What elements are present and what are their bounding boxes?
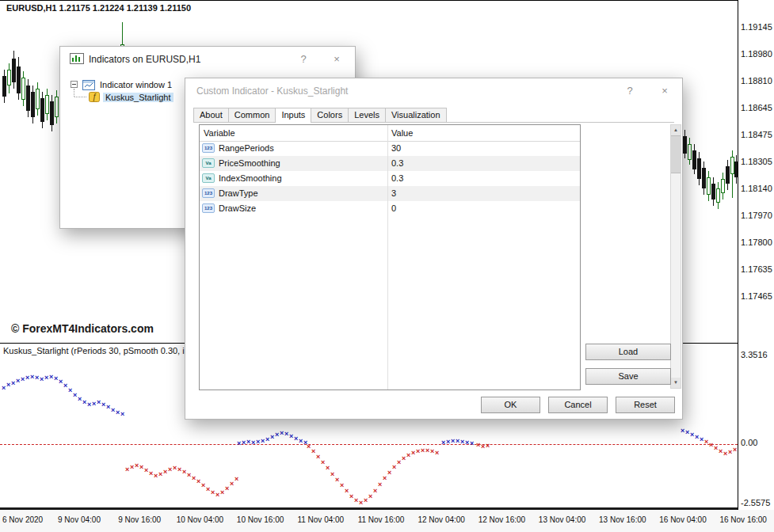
price-axis-label: 1.18140 [741, 184, 772, 193]
blue-marker: × [465, 439, 469, 446]
table-header: Variable Value [200, 125, 580, 142]
ok-button[interactable]: OK [481, 397, 540, 413]
param-value[interactable]: 3 [391, 188, 396, 198]
red-marker: × [368, 493, 372, 500]
red-marker: × [125, 466, 129, 473]
dialog-title: Indicators on EURUSD,H1 [89, 54, 200, 65]
param-row-pricesmoothing[interactable]: VaPriceSmoothing0.3 [200, 156, 580, 171]
param-value[interactable]: 0 [391, 203, 396, 213]
indicator-axis-zero: 0.00 [741, 438, 757, 447]
blue-marker: × [92, 401, 96, 408]
blue-marker: × [2, 385, 6, 392]
red-marker: × [373, 488, 377, 495]
candle-body [40, 98, 44, 122]
candle-body [31, 92, 35, 117]
param-name: RangePeriods [219, 143, 274, 153]
candle-body [55, 97, 59, 117]
blue-marker: × [16, 378, 20, 385]
param-row-drawsize[interactable]: 123DrawSize0 [200, 201, 580, 216]
load-button[interactable]: Load [585, 344, 671, 360]
scroll-up-icon[interactable]: ▲ [671, 125, 681, 135]
tab-about[interactable]: About [193, 108, 229, 122]
red-marker: × [187, 472, 191, 479]
red-marker: × [402, 455, 406, 462]
candle-wick [56, 90, 57, 124]
param-value[interactable]: 30 [391, 143, 401, 153]
blue-marker: × [73, 392, 77, 399]
tree-collapse-toggle[interactable] [71, 81, 78, 88]
red-marker: × [719, 448, 723, 455]
candle-wick [684, 130, 685, 158]
tab-visualization[interactable]: Visualization [385, 108, 447, 122]
cancel-button[interactable]: Cancel [548, 397, 608, 413]
param-name: PriceSmoothing [219, 158, 280, 168]
inputs-table: Variable Value 123RangePeriods30VaPriceS… [199, 124, 581, 390]
tab-levels[interactable]: Levels [348, 108, 386, 122]
param-name: IndexSmoothing [219, 173, 282, 183]
red-marker: × [234, 476, 238, 483]
candle-wick [689, 138, 690, 165]
red-marker: × [728, 449, 732, 456]
candle-body [716, 188, 720, 203]
param-row-indexsmoothing[interactable]: VaIndexSmoothing0.3 [200, 171, 580, 186]
help-button[interactable]: ? [621, 84, 639, 98]
blue-marker: × [700, 436, 703, 443]
red-marker: × [723, 450, 727, 458]
blue-marker: × [35, 374, 39, 382]
scroll-thumb[interactable] [671, 135, 681, 173]
param-value[interactable]: 0.3 [391, 158, 403, 168]
red-marker: × [435, 450, 439, 457]
red-marker: × [225, 485, 229, 492]
blue-marker: × [11, 380, 15, 387]
close-icon[interactable]: × [328, 52, 345, 66]
red-marker: × [211, 489, 215, 496]
red-marker: × [311, 448, 315, 455]
time-axis-label: 16 Nov 04:00 [659, 515, 707, 524]
help-button[interactable]: ? [295, 52, 312, 66]
candle-wick [736, 155, 737, 184]
time-axis-label: 13 Nov 04:00 [539, 515, 586, 524]
time-axis-label: 10 Nov 04:00 [177, 515, 224, 524]
vertical-scrollbar[interactable]: ▲ ▼ [670, 124, 681, 389]
scroll-down-icon[interactable]: ▼ [671, 378, 681, 388]
tree-connector [74, 89, 75, 97]
blue-marker: × [441, 439, 445, 446]
red-marker: × [215, 492, 219, 499]
red-marker: × [326, 465, 330, 472]
tab-inputs[interactable]: Inputs [275, 108, 311, 123]
blue-marker: × [294, 435, 298, 443]
blue-marker: × [101, 401, 105, 408]
param-row-rangeperiods[interactable]: 123RangePeriods30 [200, 141, 580, 156]
candle-wick [28, 79, 29, 117]
price-axis[interactable]: 3.3516 0.00 -2.5575 1.191451.189801.1881… [738, 0, 774, 510]
blue-marker: × [49, 374, 53, 381]
blue-marker: × [120, 411, 124, 418]
close-icon[interactable]: × [656, 84, 673, 98]
blue-marker: × [111, 407, 115, 414]
blue-marker: × [63, 382, 67, 390]
dialog-titlebar[interactable]: Indicators on EURUSD,H1 ? × [60, 47, 355, 70]
blue-marker: × [68, 387, 72, 394]
reset-button[interactable]: Reset [616, 397, 675, 413]
tab-common[interactable]: Common [228, 108, 276, 122]
param-value[interactable]: 0.3 [391, 173, 403, 183]
tree-item-indicator-window[interactable]: Indicator window 1 [100, 80, 172, 89]
save-button[interactable]: Save [585, 368, 671, 385]
blue-marker: × [78, 396, 82, 403]
tree-item-kuskus-starlight[interactable]: Kuskus_Starlight [103, 93, 173, 102]
param-type-icon: Va [202, 173, 215, 183]
tab-bar: AboutCommonInputsColorsLevelsVisualizati… [193, 108, 674, 123]
red-marker: × [330, 471, 334, 478]
red-marker: × [149, 470, 153, 477]
param-row-drawtype[interactable]: 123DrawType3 [200, 186, 580, 201]
custom-indicator-fx-icon: ƒ [89, 91, 100, 105]
price-axis-label: 1.18645 [741, 103, 772, 112]
red-marker: × [378, 481, 382, 488]
red-marker: × [230, 481, 234, 488]
tab-colors[interactable]: Colors [311, 108, 349, 122]
time-axis[interactable]: 6 Nov 20209 Nov 04:009 Nov 16:0010 Nov 0… [0, 510, 774, 532]
red-marker: × [192, 475, 196, 482]
dialog-titlebar[interactable]: Custom Indicator - Kuskus_Starlight ? × [185, 78, 682, 102]
zero-level-line [0, 444, 738, 445]
candle-wick [47, 89, 48, 120]
